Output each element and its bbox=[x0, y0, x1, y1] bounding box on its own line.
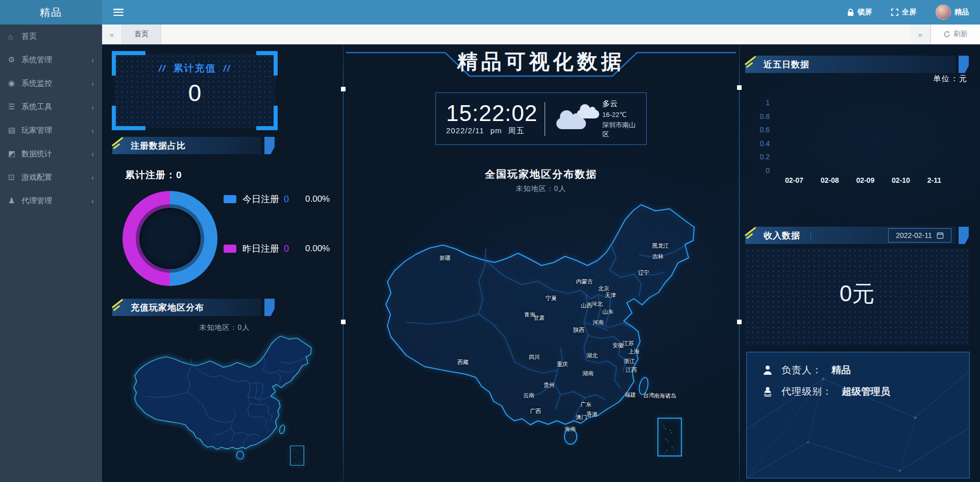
corner-bracket bbox=[112, 106, 145, 130]
y-axis-tick: 0.4 bbox=[742, 139, 770, 153]
sidebar-item[interactable]: ⚙ 系统管理 ‹ bbox=[0, 48, 102, 71]
right-column-divider bbox=[739, 44, 740, 481]
person-level-icon bbox=[763, 387, 774, 397]
legend-value: 0 bbox=[284, 244, 289, 254]
refresh-icon bbox=[943, 31, 950, 38]
chevron-left-icon: ‹ bbox=[91, 173, 94, 182]
tabs-scroll-right-button[interactable]: » bbox=[911, 25, 930, 44]
divider bbox=[545, 102, 545, 136]
sidebar-item-label: 代理管理 bbox=[21, 196, 52, 206]
fullscreen-button[interactable]: 全屏 bbox=[891, 8, 916, 17]
legend-row: 昨日注册 0 0.00% bbox=[224, 244, 357, 254]
x-axis-label: 02-09 bbox=[856, 176, 874, 184]
slash-decoration: // bbox=[159, 63, 166, 74]
register-donut-chart bbox=[122, 191, 217, 286]
refresh-button[interactable]: 刷新 bbox=[930, 25, 980, 44]
divider-handle bbox=[341, 87, 346, 91]
topbar-actions: 锁屏 全屏 精品 bbox=[847, 5, 980, 20]
agent-info-rows: 负责人： 精品 代理级别： 超级管理员 bbox=[747, 352, 969, 402]
sidebar-toggle-icon[interactable] bbox=[113, 9, 124, 16]
legend-row: 今日注册 0 0.00% bbox=[224, 194, 357, 204]
sidebar: ⌂ 首页 ⚙ 系统管理 ‹ ◉ 系统监控 ‹ ☰ 系统工具 ‹ ▤ 玩家管理 ‹… bbox=[0, 25, 102, 482]
agent-level-row: 代理级别： 超级管理员 bbox=[763, 381, 969, 402]
x-axis-label: 02-07 bbox=[785, 176, 803, 184]
panel-header-tab bbox=[264, 299, 275, 316]
chevron-left-icon: ‹ bbox=[91, 197, 94, 205]
register-panel-header: 注册数据占比 bbox=[112, 137, 275, 154]
y-axis-tick: 0.2 bbox=[742, 153, 770, 166]
x-axis-label: 2-11 bbox=[927, 176, 941, 184]
income-date-picker[interactable]: 2022-02-11 bbox=[888, 228, 951, 243]
total-recharge-card: //累计充值// 0 bbox=[114, 54, 275, 128]
total-register-stat: 累计注册：0 bbox=[125, 168, 182, 182]
sidebar-item[interactable]: ▤ 玩家管理 ‹ bbox=[0, 118, 102, 142]
agent-info-card: 负责人： 精品 代理级别： 超级管理员 bbox=[746, 352, 970, 478]
clock-block: 15:22:02 2022/2/11pm周五 bbox=[446, 102, 537, 136]
sidebar-item[interactable]: ◉ 系统监控 ‹ bbox=[0, 71, 102, 95]
agent-level: 超级管理员 bbox=[842, 385, 890, 398]
lock-screen-button[interactable]: 锁屏 bbox=[847, 8, 872, 17]
sidebar-item-label: 游戏配置 bbox=[21, 173, 52, 182]
sidebar-item[interactable]: ⌂ 首页 bbox=[0, 25, 102, 48]
x-axis-label: 02-08 bbox=[821, 176, 839, 184]
divider bbox=[811, 231, 811, 239]
legend-label: 昨日注册 bbox=[242, 243, 279, 255]
legend-percent: 0.00% bbox=[305, 194, 330, 204]
panel-header-tab bbox=[959, 227, 969, 244]
weather-location: 深圳市南山区 bbox=[602, 120, 636, 139]
sidebar-item-icon: ☰ bbox=[8, 102, 21, 111]
sidebar-item[interactable]: ♟ 代理管理 ‹ bbox=[0, 189, 102, 212]
clock-date: 2022/2/11pm周五 bbox=[446, 126, 537, 136]
tab-home[interactable]: 首页 bbox=[122, 25, 161, 44]
chevron-left-icon: ‹ bbox=[91, 56, 94, 64]
income-value: 0元 bbox=[745, 248, 969, 309]
sidebar-item-label: 系统管理 bbox=[21, 55, 52, 65]
sidebar-item[interactable]: ⊡ 游戏配置 ‹ bbox=[0, 165, 102, 189]
top-navbar: 精品 锁屏 全屏 精品 bbox=[0, 0, 980, 25]
panel-header-tab bbox=[264, 137, 275, 154]
lock-icon bbox=[847, 9, 854, 16]
corner-bracket bbox=[256, 106, 278, 130]
five-day-panel-header: 近五日数据 bbox=[745, 56, 969, 73]
china-map-title: 全国玩家地区分布数据 bbox=[343, 167, 739, 181]
sidebar-item-label: 首页 bbox=[21, 32, 37, 41]
region-unknown-stat: 未知地区：0人 bbox=[117, 323, 332, 332]
weather-condition: 多云 bbox=[602, 99, 636, 109]
register-legend: 今日注册 0 0.00% 昨日注册 0 0.00% bbox=[224, 194, 357, 293]
sidebar-item-label: 数据统计 bbox=[21, 149, 52, 159]
cloudy-weather-icon bbox=[556, 103, 596, 135]
y-axis-tick: 0 bbox=[742, 166, 770, 180]
chart-unit-label: 单位：元 bbox=[745, 74, 968, 84]
sidebar-item[interactable]: ☰ 系统工具 ‹ bbox=[0, 95, 102, 118]
legend-swatch bbox=[224, 245, 236, 253]
sidebar-item-icon: ⊡ bbox=[8, 173, 21, 182]
sidebar-item[interactable]: ◩ 数据统计 ‹ bbox=[0, 142, 102, 165]
sidebar-item-icon: ⚙ bbox=[8, 55, 21, 64]
sidebar-item-label: 系统监控 bbox=[21, 79, 52, 88]
total-register-value: 0 bbox=[176, 170, 182, 180]
legend-swatch bbox=[224, 195, 236, 203]
fullscreen-icon bbox=[891, 9, 898, 16]
user-menu[interactable]: 精品 bbox=[936, 5, 969, 20]
dashboard: //累计充值// 0 注册数据占比 累计注册：0 今日注册 0 0.00% 昨日… bbox=[102, 44, 980, 482]
dashboard-title: 精品可视化数据 bbox=[343, 47, 739, 76]
weather-temperature: 16-22℃ bbox=[602, 111, 636, 118]
y-axis-tick: 1 bbox=[742, 99, 770, 112]
clock-weather-card: 15:22:02 2022/2/11pm周五 多云 16-22℃ 深圳市南山区 bbox=[435, 92, 647, 145]
panel-title: 近五日数据 bbox=[764, 56, 810, 73]
slash-decoration: // bbox=[224, 63, 231, 74]
total-recharge-value: 0 bbox=[114, 79, 275, 107]
chevron-left-icon: ‹ bbox=[91, 103, 94, 111]
weather-block: 多云 16-22℃ 深圳市南山区 bbox=[602, 99, 636, 139]
user-avatar bbox=[936, 5, 951, 20]
sidebar-item-label: 玩家管理 bbox=[21, 126, 52, 135]
date-value: 2022-02-11 bbox=[896, 231, 932, 239]
app-logo: 精品 bbox=[0, 0, 102, 25]
double-right-arrow-icon: » bbox=[918, 30, 922, 39]
chevron-left-icon: ‹ bbox=[91, 79, 94, 88]
panel-header-tab bbox=[959, 56, 969, 73]
panel-title: 注册数据占比 bbox=[131, 137, 186, 154]
five-day-x-axis: 02-0702-0802-0902-102-11 bbox=[785, 176, 941, 184]
divider-handle bbox=[737, 85, 742, 90]
tabs-scroll-left-button[interactable]: « bbox=[102, 25, 122, 44]
